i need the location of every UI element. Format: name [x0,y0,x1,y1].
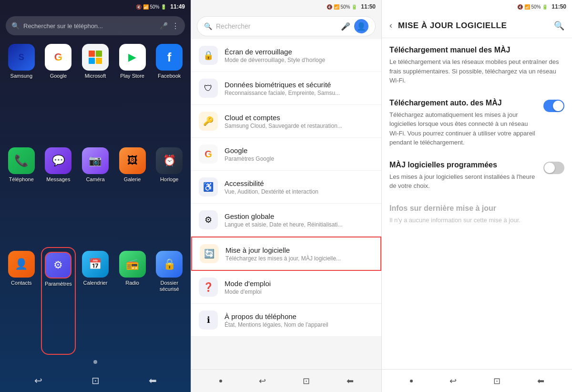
gestion-icon: ⚙ [199,210,218,229]
status-icons-settings: 🔇 📶 50% 🔋 [327,4,357,10]
settings-nav-back[interactable]: ⬅ [347,376,354,386]
status-bar-home: 🔇 📶 🔇 📶 50% 🔋50% 🔋 11:49 [0,0,191,13]
telechargement-auto-title: Téléchargement auto. des MÀJ [389,99,538,107]
settings-search-icon: 🔍 [204,22,212,30]
settings-item-biometrie[interactable]: 🛡 Données biométriques et sécurité Recon… [191,72,381,105]
section-maj-programmees: MÀJ logicielles programmées Les mises à … [389,161,564,191]
home-search-bar[interactable]: 🔍 Rechercher sur le téléphon... 🎤 ⋮ [6,16,185,35]
settings-item-emploi[interactable]: ❓ Mode d'emploi Mode d'emploi [191,271,381,304]
app-microsoft[interactable]: Microsoft [78,40,113,142]
parametres-label: Paramètres [45,281,72,287]
search-icon: 🔍 [11,22,20,30]
telechargement-manuel-title: Téléchargement manuel des MÀJ [389,46,564,54]
biometrie-title: Données biométriques et sécurité [225,81,374,89]
facebook-icon: f [156,44,183,71]
settings-search-placeholder: Rechercher [216,22,337,30]
radio-label: Radio [125,280,139,286]
app-calendrier[interactable]: 📅 Calendrier [78,247,113,355]
emploi-sub: Mode d'emploi [225,289,374,295]
home-dot [93,360,97,364]
accessibilite-title: Accessibilité [225,179,374,187]
settings-nav-dot [219,380,222,382]
miseajour-title: Mise à jour logicielle [225,246,373,254]
time-update: 11:50 [552,3,566,10]
settings-item-gestion[interactable]: ⚙ Gestion globale Langue et saisie, Date… [191,204,381,237]
app-contacts[interactable]: 👤 Contacts [4,247,39,355]
app-parametres[interactable]: ⚙ Paramètres [41,247,76,355]
app-samsung[interactable]: S Samsung [4,40,39,142]
settings-search-bar[interactable]: 🔍 Rechercher 🎤 👤 [197,16,376,36]
galerie-label: Galerie [124,176,141,183]
app-telephone[interactable]: 📞 Téléphone [4,144,39,245]
samsung-label: Samsung [10,73,32,79]
app-messages[interactable]: 💬 Messages [41,144,76,245]
app-horloge[interactable]: ⏰ Horloge [152,144,187,245]
update-panel: 🔇 📶 50% 🔋 11:50 ‹ MISE À JOUR LOGICIELLE… [381,0,572,392]
apropos-sub: État, Mentions légales, Nom de l'apparei… [225,321,374,328]
telephone-label: Téléphone [9,176,34,183]
miseajour-icon: 🔄 [200,244,219,263]
settings-nav-bar: ↩ ⊡ ⬅ [191,369,381,392]
time-home: 11:49 [170,3,185,10]
settings-item-ecran[interactable]: 🔒 Écran de verrouillage Mode de déverrou… [191,39,381,72]
update-nav-home[interactable]: ⊡ [493,376,500,386]
telephone-icon: 📞 [8,147,35,174]
app-playstore[interactable]: ▶ Play Store [115,40,150,142]
contacts-label: Contacts [11,280,31,286]
gestion-sub: Langue et saisie, Date et heure, Réiniti… [225,221,374,228]
nav-recent-btn[interactable]: ↩ [34,375,42,386]
settings-panel: 🔇 📶 50% 🔋 11:50 🔍 Rechercher 🎤 👤 🔒 Écran… [191,0,381,392]
settings-list: 🔒 Écran de verrouillage Mode de déverrou… [191,39,381,369]
radio-icon: 📻 [119,251,146,278]
update-nav-recent[interactable]: ↩ [449,376,457,386]
status-bar-update: 🔇 📶 50% 🔋 11:50 [382,0,572,13]
update-back-btn[interactable]: ‹ [389,21,392,31]
update-search-btn[interactable]: 🔍 [554,21,564,31]
update-nav-back[interactable]: ⬅ [537,376,544,386]
biometrie-icon: 🛡 [199,79,218,98]
app-galerie[interactable]: 🖼 Galerie [115,144,150,245]
section-telechargement-auto: Téléchargement auto. des MÀJ Téléchargez… [389,99,564,147]
section-infos-derniere: Infos sur dernière mise à jour Il n'y a … [389,204,564,225]
settings-item-apropos[interactable]: ℹ À propos du téléphone État, Mentions l… [191,304,381,337]
dossier-label: Dossier sécurisé [153,280,185,292]
status-icons-home: 🔇 📶 🔇 📶 50% 🔋50% 🔋 [136,4,167,10]
settings-nav-recent[interactable]: ↩ [259,376,266,386]
app-camera[interactable]: 📷 Caméra [78,144,113,245]
app-google[interactable]: G Google [41,40,76,142]
galerie-icon: 🖼 [119,147,146,174]
settings-mic-btn[interactable]: 🎤 [341,22,350,31]
nav-home-btn[interactable]: ⊡ [92,375,100,386]
settings-item-accessibilite[interactable]: ♿ Accessibilité Vue, Audition, Dextérité… [191,171,381,204]
cloud-title: Cloud et comptes [225,113,374,122]
app-dossier[interactable]: 🔒 Dossier sécurisé [152,247,187,355]
status-bar-settings: 🔇 📶 50% 🔋 11:50 [191,0,381,13]
emploi-title: Mode d'emploi [225,279,374,288]
nav-back-btn[interactable]: ⬅ [149,375,157,386]
maj-programmees-desc: Les mises à jour logicielles seront inst… [389,172,538,191]
ecran-icon: 🔒 [199,46,218,65]
cloud-sub: Samsung Cloud, Sauvegarde et restauratio… [225,123,374,129]
update-content: Téléchargement manuel des MÀJ Le télécha… [382,38,572,369]
update-nav-dot [410,380,413,382]
menu-dots-icon[interactable]: ⋮ [172,21,179,31]
toggle-maj-programmees[interactable] [543,162,564,174]
accessibilite-icon: ♿ [199,177,218,196]
app-facebook[interactable]: f Facebook [152,40,187,142]
calendrier-label: Calendrier [83,280,108,286]
camera-icon: 📷 [82,147,109,174]
settings-item-miseajour[interactable]: 🔄 Mise à jour logicielle Téléchargez les… [191,237,381,271]
update-page-title: MISE À JOUR LOGICIELLE [398,21,554,31]
ecran-title: Écran de verrouillage [225,48,374,56]
facebook-label: Facebook [158,73,181,79]
settings-item-google[interactable]: G Google Paramètres Google [191,138,381,171]
settings-item-cloud[interactable]: 🔑 Cloud et comptes Samsung Cloud, Sauveg… [191,105,381,138]
google-title: Google [225,146,374,155]
app-radio[interactable]: 📻 Radio [115,247,150,355]
settings-profile-btn[interactable]: 👤 [354,19,368,33]
mic-icon[interactable]: 🎤 [160,22,168,30]
telechargement-manuel-desc: Le téléchargement via les réseaux mobile… [389,57,564,85]
update-header: ‹ MISE À JOUR LOGICIELLE 🔍 [382,13,572,38]
settings-nav-home[interactable]: ⊡ [303,376,310,386]
toggle-telechargement-auto[interactable] [543,100,564,112]
